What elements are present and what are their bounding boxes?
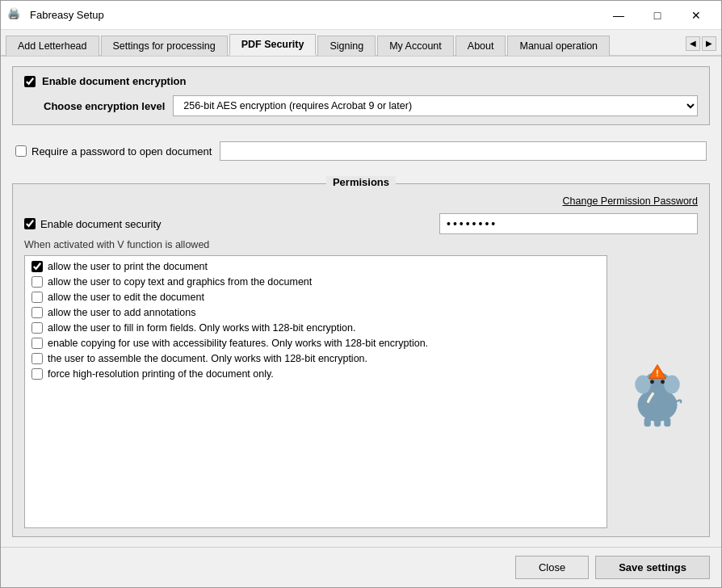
enable-doc-security-text: Enable document security <box>40 218 162 230</box>
require-password-checkbox[interactable] <box>15 145 27 157</box>
permissions-list-container: allow the user to print the document all… <box>24 255 698 528</box>
elephant-svg: ! <box>621 355 694 428</box>
doc-security-row: Enable document security <box>24 213 698 234</box>
list-item: the user to assemble the document. Only … <box>31 353 600 364</box>
open-password-input[interactable] <box>220 141 707 161</box>
encryption-level-label: Choose encryption level <box>44 100 165 112</box>
enable-encryption-label: Enable document encryption <box>42 75 186 87</box>
titlebar: 🖨️ Fabreasy Setup — □ ✕ <box>1 1 721 30</box>
enable-encryption-checkbox[interactable] <box>24 76 36 87</box>
perm-highres-checkbox[interactable] <box>31 368 43 380</box>
tab-bar: Add Letterhead Settings for processing P… <box>1 30 721 57</box>
perm-assemble-checkbox[interactable] <box>31 353 43 364</box>
perm-forms-label: allow the user to fill in form fields. O… <box>48 322 355 334</box>
perm-print-checkbox[interactable] <box>31 261 43 272</box>
list-item: allow the user to copy text and graphics… <box>31 276 600 288</box>
change-permission-password-link[interactable]: Change Permission Password <box>24 195 698 207</box>
svg-point-4 <box>650 380 654 384</box>
svg-rect-6 <box>644 418 651 426</box>
list-item: force high-resolution printing of the do… <box>31 368 600 380</box>
perm-assemble-label: the user to assemble the document. Only … <box>48 353 367 364</box>
list-item: allow the user to print the document <box>31 261 600 272</box>
tab-navigation: ◀ ▶ <box>686 36 716 51</box>
svg-point-3 <box>664 376 680 394</box>
perm-annotations-label: allow the user to add annotations <box>48 307 195 318</box>
tab-manual-operation[interactable]: Manual operation <box>507 36 610 56</box>
encryption-header: Enable document encryption <box>24 75 698 87</box>
perm-edit-label: allow the user to edit the document <box>48 292 204 303</box>
close-window-button[interactable]: ✕ <box>678 4 715 27</box>
perm-print-label: allow the user to print the document <box>48 261 208 272</box>
permissions-legend: Permisions <box>326 176 396 188</box>
svg-rect-8 <box>664 418 670 426</box>
enable-doc-security-checkbox[interactable] <box>24 218 36 229</box>
perm-forms-checkbox[interactable] <box>31 322 43 334</box>
window-title: Fabreasy Setup <box>30 9 600 21</box>
close-button[interactable]: Close <box>515 556 589 579</box>
main-content: Enable document encryption Choose encryp… <box>1 57 721 547</box>
tab-signing[interactable]: Signing <box>317 36 376 56</box>
permissions-inner: Change Permission Password Enable docume… <box>13 184 709 536</box>
password-open-row: Require a password to open document <box>12 135 710 167</box>
svg-rect-7 <box>654 418 661 426</box>
maximize-button[interactable]: □ <box>639 4 676 27</box>
doc-security-label: Enable document security <box>24 218 162 230</box>
perm-accessibility-checkbox[interactable] <box>31 338 43 349</box>
password-open-label: Require a password to open document <box>15 145 212 158</box>
tab-settings-processing[interactable]: Settings for processing <box>101 36 228 56</box>
security-password-input[interactable] <box>439 213 698 234</box>
tab-pdf-security[interactable]: PDF Security <box>229 34 317 56</box>
encryption-level-row: Choose encryption level 256-bit AES encr… <box>24 95 698 116</box>
perm-accessibility-label: enable copying for use with accessibilit… <box>48 338 428 349</box>
list-item: enable copying for use with accessibilit… <box>31 338 600 349</box>
perm-copy-checkbox[interactable] <box>31 276 43 288</box>
perm-edit-checkbox[interactable] <box>31 292 43 303</box>
elephant-mascot: ! <box>617 255 698 528</box>
list-item: allow the user to edit the document <box>31 292 600 303</box>
svg-point-5 <box>661 380 665 384</box>
list-item: allow the user to fill in form fields. O… <box>31 322 600 334</box>
perm-highres-label: force high-resolution printing of the do… <box>48 368 274 380</box>
tab-about[interactable]: About <box>455 36 506 56</box>
tab-scroll-right-button[interactable]: ▶ <box>702 36 716 51</box>
encryption-level-select[interactable]: 256-bit AES encryption (requires Acrobat… <box>173 95 698 116</box>
when-activated-text: When activated with V function is allowe… <box>24 239 698 250</box>
perm-copy-label: allow the user to copy text and graphics… <box>48 276 312 288</box>
permissions-list: allow the user to print the document all… <box>24 255 607 528</box>
footer: Close Save settings <box>1 547 721 587</box>
permissions-section: Permisions Change Permission Password En… <box>12 183 710 537</box>
minimize-button[interactable]: — <box>600 4 637 27</box>
perm-annotations-checkbox[interactable] <box>31 307 43 318</box>
tab-my-account[interactable]: My Account <box>377 36 454 56</box>
tab-scroll-left-button[interactable]: ◀ <box>686 36 700 51</box>
svg-text:!: ! <box>656 368 659 378</box>
tab-add-letterhead[interactable]: Add Letterhead <box>6 36 99 56</box>
require-password-text: Require a password to open document <box>31 145 212 158</box>
save-settings-button[interactable]: Save settings <box>595 556 710 579</box>
window-controls: — □ ✕ <box>600 4 715 27</box>
main-window: 🖨️ Fabreasy Setup — □ ✕ Add Letterhead S… <box>0 0 722 588</box>
app-icon: 🖨️ <box>7 7 23 23</box>
svg-point-2 <box>635 376 651 394</box>
encryption-section: Enable document encryption Choose encryp… <box>12 66 710 125</box>
list-item: allow the user to add annotations <box>31 307 600 318</box>
